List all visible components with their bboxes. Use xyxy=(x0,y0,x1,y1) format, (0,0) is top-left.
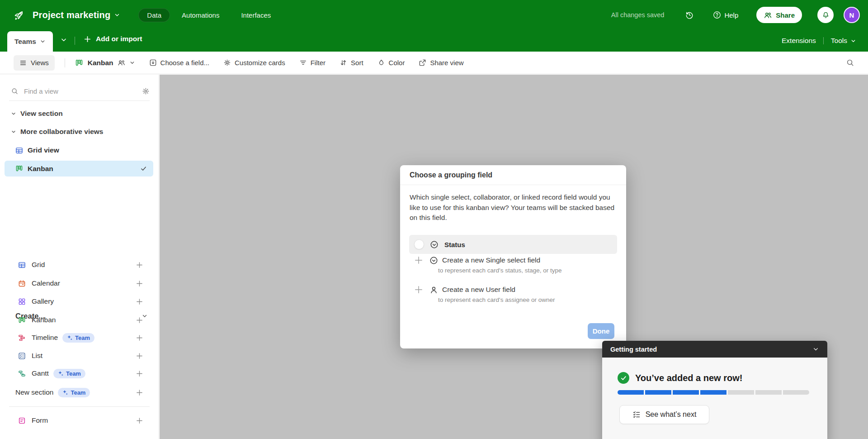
kanban-icon xyxy=(17,316,26,324)
team-badge: Team xyxy=(53,369,85,378)
add-or-import-button[interactable]: Add or import xyxy=(84,35,142,43)
customize-cards-label: Customize cards xyxy=(235,59,285,67)
plus-icon xyxy=(414,285,423,294)
share-view-icon xyxy=(419,59,426,67)
customize-cards-button[interactable]: Customize cards xyxy=(223,59,285,67)
check-circle-icon xyxy=(618,372,629,384)
sort-button[interactable]: Sort xyxy=(340,59,363,67)
plus-icon[interactable] xyxy=(136,334,143,342)
plus-icon[interactable] xyxy=(136,316,143,324)
create-item-grid[interactable]: Grid xyxy=(0,258,159,272)
progress-bar xyxy=(618,390,809,395)
expand-tables-button[interactable] xyxy=(60,36,67,43)
create-item-gantt[interactable]: Gantt Team xyxy=(0,366,159,381)
current-view-name: Kanban xyxy=(88,59,113,67)
choose-field-button[interactable]: Choose a field... xyxy=(149,59,209,67)
user-icon xyxy=(429,286,438,294)
timeline-icon xyxy=(17,334,26,342)
search-icon[interactable] xyxy=(846,58,854,67)
check-icon xyxy=(140,165,147,172)
field-label: Status xyxy=(444,241,465,248)
chevron-down-icon xyxy=(850,38,856,44)
plus-icon[interactable] xyxy=(136,370,143,377)
base-name[interactable]: Project marketing xyxy=(33,10,110,20)
history-icon[interactable] xyxy=(685,10,694,19)
plus-icon[interactable] xyxy=(136,389,143,396)
sparkle-icon xyxy=(62,390,68,395)
extensions-button[interactable]: Extensions xyxy=(782,37,816,45)
tab-automations[interactable]: Automations xyxy=(172,8,229,22)
create-item-form[interactable]: Form xyxy=(0,413,159,428)
plus-icon[interactable] xyxy=(136,417,143,425)
field-option-status[interactable]: Status xyxy=(409,235,617,254)
single-select-icon xyxy=(429,256,438,265)
radio-button[interactable] xyxy=(414,239,424,249)
sidebar-view-kanban-selected[interactable]: Kanban xyxy=(5,161,153,177)
view-label: Grid view xyxy=(28,146,59,154)
chevron-down-icon[interactable] xyxy=(812,346,819,353)
view-settings-gear-icon[interactable] xyxy=(142,87,150,95)
table-tab-teams[interactable]: Teams xyxy=(7,31,53,52)
create-single-select-option[interactable]: Create a new Single select field to repr… xyxy=(414,256,617,274)
tools-label: Tools xyxy=(831,37,847,45)
getting-started-header[interactable]: Getting started xyxy=(602,341,827,358)
create-item-new-section[interactable]: New section Team xyxy=(0,385,159,400)
bell-icon xyxy=(821,11,830,19)
collaborators-icon xyxy=(117,58,126,67)
views-sidebar: View section More collaborative views Gr… xyxy=(0,75,159,439)
create-item-label: Gantt xyxy=(32,369,49,377)
plus-icon[interactable] xyxy=(136,261,143,269)
plus-icon[interactable] xyxy=(136,352,143,360)
search-icon xyxy=(11,87,19,95)
getting-started-panel: Getting started You’ve added a new row! … xyxy=(602,341,827,439)
team-badge: Team xyxy=(58,388,90,397)
sidebar-section-view[interactable]: View section xyxy=(11,107,63,120)
current-view-switcher[interactable]: Kanban xyxy=(75,58,135,67)
share-button[interactable]: Share xyxy=(756,7,802,23)
plus-icon[interactable] xyxy=(136,280,143,287)
calendar-icon xyxy=(17,280,26,287)
plus-icon[interactable] xyxy=(136,298,143,305)
sparkle-icon xyxy=(67,335,72,340)
create-item-label: Timeline xyxy=(32,334,58,342)
find-view-input[interactable] xyxy=(24,87,142,95)
share-view-label: Share view xyxy=(430,59,463,67)
color-button[interactable]: Color xyxy=(377,59,405,67)
done-button[interactable]: Done xyxy=(588,323,614,339)
create-item-gallery[interactable]: Gallery xyxy=(0,294,159,309)
team-badge: Team xyxy=(62,333,94,343)
create-item-label: Grid xyxy=(32,261,45,269)
views-button[interactable]: Views xyxy=(14,55,55,71)
divider xyxy=(9,100,150,101)
share-label: Share xyxy=(776,11,795,19)
tab-interfaces[interactable]: Interfaces xyxy=(231,8,281,22)
chevron-down-icon xyxy=(129,60,135,66)
sidebar-section-collab[interactable]: More collaborative views xyxy=(11,125,104,138)
chevron-down-icon xyxy=(11,129,16,134)
notifications-button[interactable] xyxy=(817,7,834,23)
divider xyxy=(65,58,65,67)
chevron-down-icon[interactable] xyxy=(114,12,120,18)
section-label: More collaborative views xyxy=(20,128,104,136)
create-item-timeline[interactable]: Timeline Team xyxy=(0,330,159,345)
create-item-calendar[interactable]: Calendar xyxy=(0,276,159,291)
share-view-button[interactable]: Share view xyxy=(419,59,463,67)
chevron-down-icon xyxy=(60,36,67,43)
find-view-row xyxy=(9,83,151,99)
user-avatar[interactable]: N xyxy=(844,7,860,23)
filter-button[interactable]: Filter xyxy=(299,59,326,67)
checklist-icon xyxy=(632,410,641,419)
form-icon xyxy=(17,417,26,425)
create-user-field-option[interactable]: Create a new User field to represent eac… xyxy=(414,285,617,303)
create-item-list[interactable]: List xyxy=(0,348,159,363)
tools-button[interactable]: Tools xyxy=(831,37,856,45)
plus-icon xyxy=(84,35,91,43)
sidebar-view-grid[interactable]: Grid view xyxy=(15,143,59,157)
gallery-icon xyxy=(17,298,26,305)
help-button[interactable]: Help xyxy=(713,11,738,19)
chevron-down-icon xyxy=(11,111,16,116)
tab-data[interactable]: Data xyxy=(138,8,170,22)
view-label: Kanban xyxy=(28,165,53,173)
create-item-kanban[interactable]: Kanban xyxy=(0,313,159,327)
see-whats-next-button[interactable]: See what’s next xyxy=(619,405,709,424)
